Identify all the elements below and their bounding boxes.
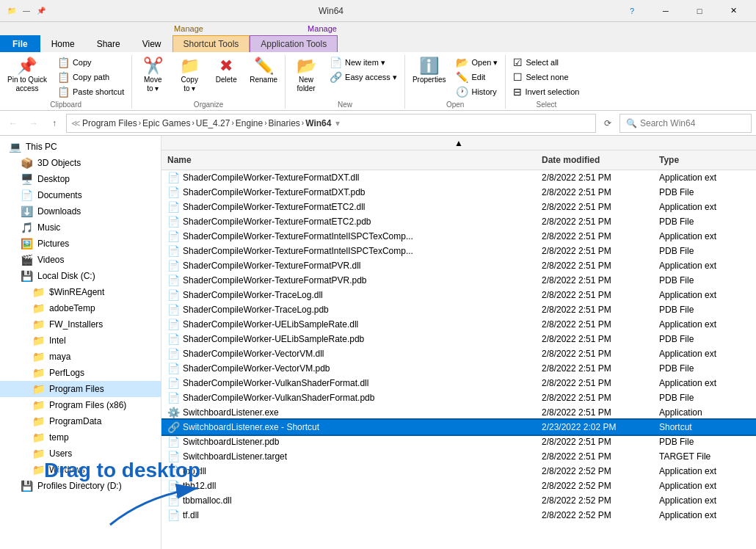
sidebar-item-profilesdir[interactable]: 💾 Profiles Directory (D:) <box>0 478 161 494</box>
maximize-button[interactable]: □ <box>683 0 716 22</box>
adobetemp-icon: 📁 <box>32 302 45 314</box>
select-all-button[interactable]: ☑ Select all <box>509 55 584 70</box>
file-name-cell: 📄ShaderCompileWorker-TextureFormatDXT.pd… <box>161 186 536 199</box>
tab-view[interactable]: View <box>131 35 172 52</box>
breadcrumb-win64[interactable]: Win64 <box>305 118 331 128</box>
copy-to-button[interactable]: 📁 Copyto ▾ <box>172 55 207 96</box>
file-row[interactable]: 📄ShaderCompileWorker-TextureFormatPVR.pd… <box>161 273 756 288</box>
sidebar-item-desktop[interactable]: 🖥️ Desktop <box>0 171 161 187</box>
forward-button[interactable]: → <box>25 114 43 132</box>
file-list-body[interactable]: 📄ShaderCompileWorker-TextureFormatDXT.dl… <box>161 170 756 549</box>
sidebar-item-temp[interactable]: 📁 temp <box>0 429 161 446</box>
file-row[interactable]: 📄ShaderCompileWorker-UELibSampleRate.pdb… <box>161 332 756 346</box>
file-row[interactable]: 📄ShaderCompileWorker-TextureFormatETC2.d… <box>161 200 756 214</box>
breadcrumb-engine[interactable]: Engine <box>236 118 263 128</box>
breadcrumb-program-files[interactable]: Program Files <box>82 118 137 128</box>
sidebar-item-windows[interactable]: 📁 Windows <box>0 462 161 478</box>
minimize-button[interactable]: ─ <box>649 0 683 22</box>
file-row[interactable]: 📄ShaderCompileWorker-TraceLog.pdb2/8/202… <box>161 302 756 317</box>
breadcrumb-epic-games[interactable]: Epic Games <box>142 118 190 128</box>
file-row[interactable]: 📄tbbmalloc.dll2/8/2022 2:52 PMApplicatio… <box>161 493 756 508</box>
up-button[interactable]: ↑ <box>46 114 63 132</box>
sidebar-item-winreagent[interactable]: 📁 $WinREAgent <box>0 284 161 300</box>
file-date: 2/8/2022 2:51 PM <box>536 377 653 389</box>
open-button[interactable]: 📂 Open ▾ <box>451 55 502 70</box>
file-row[interactable]: 📄ShaderCompileWorker-TextureFormatDXT.pd… <box>161 185 756 200</box>
copy-button[interactable]: 📋 Copy <box>53 55 128 70</box>
sidebar-item-intel[interactable]: 📁 Intel <box>0 332 161 349</box>
help-button[interactable]: ? <box>615 0 649 22</box>
sidebar-item-fwinstallers[interactable]: 📁 FW_Installers <box>0 316 161 332</box>
perflogs-label: PerfLogs <box>49 368 84 378</box>
tab-shortcut-tools[interactable]: Shortcut Tools <box>172 35 250 52</box>
header-date[interactable]: Date modified <box>536 153 653 167</box>
header-type[interactable]: Type <box>653 153 756 167</box>
file-row[interactable]: 📄ShaderCompileWorker-VulkanShaderFormat.… <box>161 390 756 405</box>
refresh-button[interactable]: ⟳ <box>599 114 617 132</box>
sidebar-item-programfilesx86[interactable]: 📁 Program Files (x86) <box>0 397 161 413</box>
file-row[interactable]: ⚙️SwitchboardListener.exe2/8/2022 2:51 P… <box>161 405 756 420</box>
file-name-cell: 📄ShaderCompileWorker-UELibSampleRate.dll <box>161 318 536 331</box>
delete-button[interactable]: ✖ Delete <box>208 55 244 87</box>
sidebar-item-perflogs[interactable]: 📁 PerfLogs <box>0 365 161 381</box>
rename-button[interactable]: ✏️ Rename <box>245 55 282 87</box>
file-row[interactable]: 📄ShaderCompileWorker-UELibSampleRate.dll… <box>161 317 756 332</box>
tab-share[interactable]: Share <box>86 35 131 52</box>
sidebar-item-users[interactable]: 📁 Users <box>0 446 161 462</box>
select-none-button[interactable]: ☐ Select none <box>509 70 584 84</box>
sidebar-item-thispc[interactable]: 💻 This PC <box>0 139 161 155</box>
file-row[interactable]: 📄ShaderCompileWorker-TextureFormatPVR.dl… <box>161 258 756 273</box>
file-row[interactable]: 📄ShaderCompileWorker-VectorVM.pdb2/8/202… <box>161 361 756 376</box>
sidebar-item-pictures[interactable]: 🖼️ Pictures <box>0 236 161 252</box>
paste-shortcut-button[interactable]: 📋 Paste shortcut <box>53 84 128 99</box>
edit-button[interactable]: ✏️ Edit <box>451 70 502 84</box>
back-button[interactable]: ← <box>4 114 22 132</box>
breadcrumb-ue427[interactable]: UE_4.27 <box>196 118 230 128</box>
sidebar-item-programdata[interactable]: 📁 ProgramData <box>0 413 161 429</box>
search-input[interactable] <box>640 118 745 128</box>
file-icon: 📄 <box>167 216 180 228</box>
sidebar-item-videos[interactable]: 🎬 Videos <box>0 252 161 268</box>
close-button[interactable]: ✕ <box>716 0 750 22</box>
breadcrumb-binaries[interactable]: Binaries <box>269 118 300 128</box>
pin-to-quick-access-button[interactable]: 📌 Pin to Quickaccess <box>3 55 51 96</box>
file-row[interactable]: 📄SwitchboardListener.pdb2/8/2022 2:51 PM… <box>161 435 756 449</box>
sidebar-item-downloads[interactable]: ⬇️ Downloads <box>0 203 161 219</box>
file-row[interactable]: 📄ShaderCompileWorker-TextureFormatIntelI… <box>161 229 756 244</box>
easy-access-button[interactable]: 🔗 Easy access ▾ <box>325 70 401 84</box>
new-item-button[interactable]: 📄 New item ▾ <box>325 55 401 70</box>
sidebar-item-documents[interactable]: 📄 Documents <box>0 187 161 203</box>
file-row[interactable]: 📄tf.dll2/8/2022 2:52 PMApplication ext <box>161 508 756 523</box>
pictures-label: Pictures <box>37 239 69 249</box>
file-row[interactable]: 📄ShaderCompileWorker-TextureFormatETC2.p… <box>161 214 756 229</box>
file-row[interactable]: 📄SwitchboardListener.target2/8/2022 2:51… <box>161 449 756 464</box>
file-row[interactable]: 📄ShaderCompileWorker-VulkanShaderFormat.… <box>161 376 756 390</box>
file-row[interactable]: 📄ShaderCompileWorker-VectorVM.dll2/8/202… <box>161 346 756 361</box>
scroll-up-button[interactable]: ▲ <box>161 136 756 150</box>
history-button[interactable]: 🕐 History <box>451 84 502 99</box>
header-name[interactable]: Name <box>161 153 536 167</box>
tab-application-tools[interactable]: Application Tools <box>250 35 338 52</box>
file-row[interactable]: 🔗SwitchboardListener.exe - Shortcut2/23/… <box>161 420 756 435</box>
open-icon: 📂 <box>456 57 468 68</box>
properties-button[interactable]: ℹ️ Properties <box>408 55 451 87</box>
invert-selection-button[interactable]: ⊟ Invert selection <box>509 84 584 99</box>
file-row[interactable]: 📄tbb.dll2/8/2022 2:52 PMApplication ext <box>161 464 756 479</box>
file-row[interactable]: 📄ShaderCompileWorker-TraceLog.dll2/8/202… <box>161 288 756 302</box>
file-date: 2/8/2022 2:51 PM <box>536 260 653 272</box>
sidebar-item-3dobjects[interactable]: 📦 3D Objects <box>0 155 161 171</box>
sidebar-item-localdisk[interactable]: 💾 Local Disk (C:) <box>0 268 161 284</box>
sidebar-item-programfiles[interactable]: 📁 Program Files <box>0 381 161 397</box>
breadcrumb[interactable]: ≪ Program Files › Epic Games › UE_4.27 ›… <box>66 114 596 133</box>
file-row[interactable]: 📄ShaderCompileWorker-TextureFormatDXT.dl… <box>161 170 756 185</box>
new-folder-button[interactable]: 📂 Newfolder <box>288 55 324 96</box>
tab-file[interactable]: File <box>0 35 40 52</box>
sidebar-item-maya[interactable]: 📁 maya <box>0 349 161 365</box>
file-row[interactable]: 📄ShaderCompileWorker-TextureFormatIntelI… <box>161 244 756 258</box>
move-to-button[interactable]: ✂️ Moveto ▾ <box>135 55 170 96</box>
copy-path-button[interactable]: 📋 Copy path <box>53 70 128 84</box>
sidebar-item-music[interactable]: 🎵 Music <box>0 219 161 236</box>
file-row[interactable]: 📄tbb12.dll2/8/2022 2:52 PMApplication ex… <box>161 479 756 493</box>
sidebar-item-adobetemp[interactable]: 📁 adobeTemp <box>0 300 161 316</box>
tab-home[interactable]: Home <box>40 35 86 52</box>
